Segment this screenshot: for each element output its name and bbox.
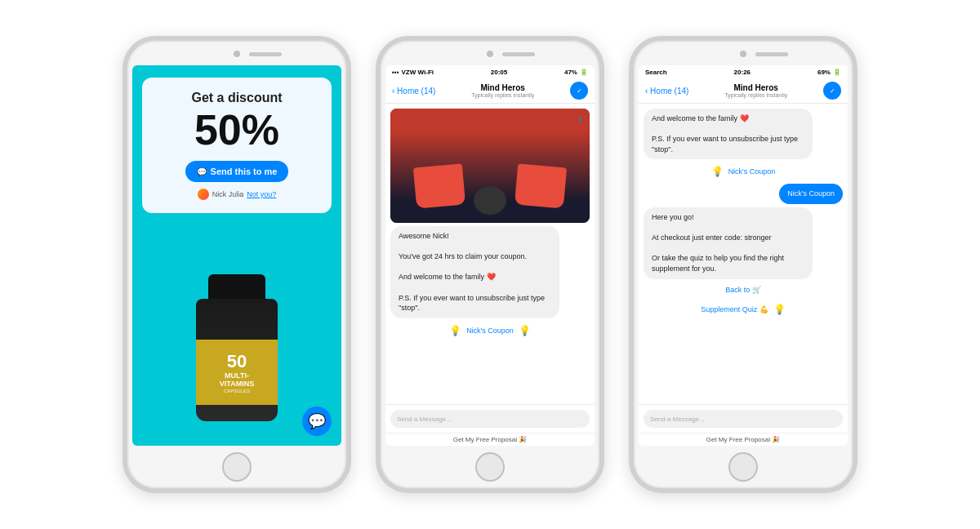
- coupon-link[interactable]: Nick's Coupon: [466, 327, 514, 335]
- bottom-bar-text: Get My Free Proposal 🎉: [453, 436, 527, 443]
- home-button-2[interactable]: [475, 452, 505, 482]
- back-button[interactable]: ‹ Home (14): [392, 87, 435, 96]
- coupon-icon-left: 💡: [449, 325, 461, 336]
- signal-icon: ▪▪▪: [392, 69, 399, 76]
- user-avatar: [198, 189, 209, 200]
- status-right-3: 69% 🔋: [817, 69, 841, 76]
- battery-label: 47%: [564, 69, 577, 76]
- input-placeholder: Send a Message...: [397, 416, 452, 423]
- input-placeholder-3: Send a Message...: [650, 416, 705, 423]
- header-center: Mind Heros Typically replies instantly: [440, 83, 565, 98]
- phone-screen-chat2: Search 20:26 69% 🔋 ‹ Home (14) Mind Hero…: [639, 65, 848, 446]
- chat-subtitle-3: Typically replies instantly: [693, 92, 818, 98]
- chat-screen-2: Search 20:26 69% 🔋 ‹ Home (14) Mind Hero…: [639, 65, 848, 446]
- video-call-button[interactable]: ✓: [570, 82, 588, 100]
- chat-content-3: And welcome to the family ❤️ P.S. If you…: [639, 104, 848, 404]
- coupon-icon-left-3: 💡: [711, 166, 724, 177]
- coupon-link-row: 💡 Nick's Coupon 💡: [390, 322, 590, 340]
- quiz-icon-right: 💡: [773, 304, 786, 315]
- video-call-button-3[interactable]: ✓: [823, 82, 841, 100]
- bottom-bar-3: Get My Free Proposal 🎉: [639, 433, 848, 446]
- workout-image: ⬆: [390, 109, 590, 223]
- message-input-3[interactable]: Send a Message...: [644, 410, 843, 428]
- bottle-label-sub: CAPSULES: [224, 389, 250, 393]
- user-line: Nick Julia Not you?: [158, 189, 315, 200]
- chat-bubble-1: Awesome Nick! You've got 24 hrs to claim…: [390, 226, 559, 318]
- ad-card: Get a discount 50% 💬 Send this to me Nic…: [142, 78, 332, 213]
- bottle-body: 50 MULTI- VITAMINS CAPSULES: [196, 299, 278, 421]
- messenger-icon: 💬: [197, 167, 207, 176]
- back-button-3[interactable]: ‹ Home (14): [645, 87, 688, 96]
- message-input[interactable]: Send a Message...: [390, 410, 590, 428]
- action-quiz: Supplement Quiz 💪 💡: [644, 300, 843, 318]
- user-name: Nick Julia: [212, 190, 244, 198]
- status-left: ▪▪▪ VZW Wi-Fi: [392, 69, 434, 76]
- status-time-3: 20:26: [734, 69, 751, 76]
- ad-screen: Get a discount 50% 💬 Send this to me Nic…: [132, 65, 341, 446]
- bottle-number: 50: [227, 351, 247, 372]
- bottom-bar-text-3: Get My Free Proposal 🎉: [706, 436, 780, 443]
- chat-title: Mind Heros: [440, 83, 565, 92]
- messenger-fab[interactable]: 💬: [302, 407, 332, 436]
- battery-icon: 🔋: [580, 69, 588, 76]
- status-bar-3: Search 20:26 69% 🔋: [639, 65, 848, 78]
- phone-chat-1: ▪▪▪ VZW Wi-Fi 20:05 47% 🔋 ‹ Home (14): [376, 36, 604, 493]
- kettlebell: [474, 186, 506, 215]
- search-label: Search: [645, 69, 667, 76]
- quiz-link[interactable]: Supplement Quiz 💪: [701, 305, 768, 313]
- back-link[interactable]: Back to 🛒: [725, 286, 761, 294]
- home-button[interactable]: [222, 452, 252, 482]
- send-button-label: Send this to me: [211, 167, 278, 176]
- chat-subtitle: Typically replies instantly: [440, 92, 565, 98]
- message-sent-coupon: Nick's Coupon: [779, 184, 843, 204]
- status-left-3: Search: [645, 69, 667, 76]
- ad-title: Get a discount: [158, 91, 315, 105]
- phone-chat-2: Search 20:26 69% 🔋 ‹ Home (14) Mind Hero…: [629, 36, 858, 493]
- chat-header-3: ‹ Home (14) Mind Heros Typically replies…: [639, 78, 848, 104]
- coupon-icon-right: 💡: [519, 325, 531, 336]
- header-center-3: Mind Heros Typically replies instantly: [693, 83, 818, 98]
- phone-ad: Get a discount 50% 💬 Send this to me Nic…: [122, 36, 351, 493]
- bottle-label-text: MULTI- VITAMINS: [220, 372, 254, 389]
- wifi-label: VZW Wi-Fi: [402, 69, 434, 76]
- battery-label-3: 69%: [817, 69, 831, 76]
- share-button[interactable]: ⬆: [577, 113, 585, 125]
- phone-screen-chat1: ▪▪▪ VZW Wi-Fi 20:05 47% 🔋 ‹ Home (14): [385, 65, 595, 446]
- chat-title-3: Mind Heros: [693, 83, 818, 92]
- status-bar: ▪▪▪ VZW Wi-Fi 20:05 47% 🔋: [385, 65, 595, 78]
- not-you-link[interactable]: Not you?: [247, 190, 276, 198]
- chat-input-row-3: Send a Message...: [639, 404, 848, 433]
- bottom-bar: Get My Free Proposal 🎉: [385, 433, 595, 446]
- message-welcome: And welcome to the family ❤️ P.S. If you…: [644, 109, 813, 159]
- phones-container: Get a discount 50% 💬 Send this to me Nic…: [106, 20, 874, 509]
- coupon-link-received[interactable]: Nick's Coupon: [728, 167, 776, 176]
- bottle-label: 50 MULTI- VITAMINS CAPSULES: [196, 340, 278, 405]
- send-button[interactable]: 💬 Send this to me: [185, 161, 289, 182]
- status-right: 47% 🔋: [564, 69, 588, 76]
- phone-screen-ad: Get a discount 50% 💬 Send this to me Nic…: [132, 65, 341, 446]
- chat-input-row: Send a Message...: [385, 404, 595, 433]
- supplement-bottle: 50 MULTI- VITAMINS CAPSULES: [180, 274, 294, 421]
- coupon-link-row-3: 💡 Nick's Coupon: [644, 162, 843, 180]
- ad-discount: 50%: [158, 109, 315, 151]
- message-here-you-go: Here you go! At checkout just enter code…: [644, 207, 813, 279]
- home-button-3[interactable]: [728, 452, 758, 482]
- chat-content: ⬆ Awesome Nick! You've got 24 hrs to cla…: [385, 104, 595, 404]
- chat-screen-1: ▪▪▪ VZW Wi-Fi 20:05 47% 🔋 ‹ Home (14): [385, 65, 595, 446]
- chat-header: ‹ Home (14) Mind Heros Typically replies…: [385, 78, 595, 104]
- status-time: 20:05: [491, 69, 507, 76]
- battery-icon-3: 🔋: [833, 69, 841, 76]
- workout-img-bg: [390, 109, 590, 223]
- action-back: Back to 🛒: [644, 282, 843, 297]
